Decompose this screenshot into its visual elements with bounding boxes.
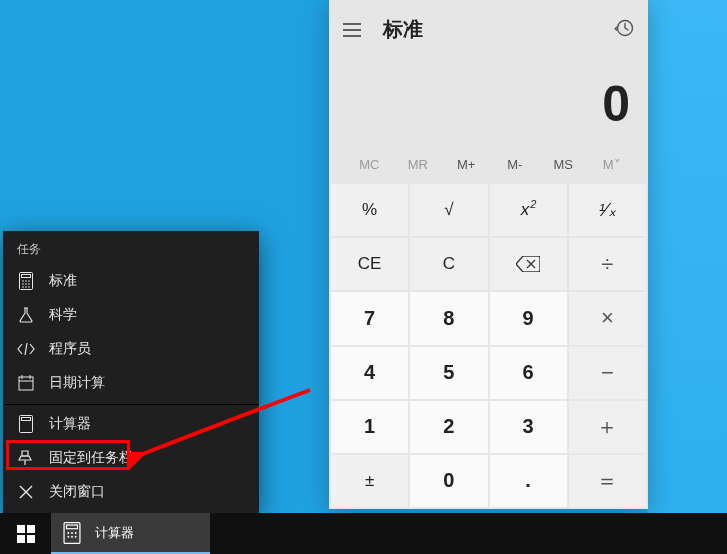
key-3[interactable]: 3 <box>490 401 567 453</box>
key-0[interactable]: 0 <box>410 455 487 507</box>
svg-rect-17 <box>17 535 25 543</box>
memory-mlist: M˅ <box>588 157 637 172</box>
key-5[interactable]: 5 <box>410 347 487 399</box>
calculator-mode-title: 标准 <box>383 16 423 43</box>
key-ce[interactable]: CE <box>331 238 408 290</box>
key-multiply[interactable]: × <box>569 292 646 344</box>
keypad: % √ x2 ¹⁄ₓ CE C ÷ 7 8 9 × 4 5 6 − 1 2 3 … <box>329 182 648 509</box>
svg-point-10 <box>25 286 27 288</box>
key-percent[interactable]: % <box>331 184 408 236</box>
key-plus[interactable]: ＋ <box>569 401 646 453</box>
calculator-display: 0 <box>329 65 648 149</box>
jumplist-pin[interactable]: 固定到任务栏 <box>3 441 259 475</box>
key-square[interactable]: x2 <box>490 184 567 236</box>
calculator-app-icon <box>17 415 35 433</box>
calculator-taskbar-icon <box>61 522 83 544</box>
memory-ms[interactable]: MS <box>539 157 588 172</box>
calendar-icon <box>17 375 35 391</box>
key-reciprocal[interactable]: ¹⁄ₓ <box>569 184 646 236</box>
jumplist-item-label: 程序员 <box>49 340 91 358</box>
pin-icon <box>17 450 35 466</box>
key-6[interactable]: 6 <box>490 347 567 399</box>
svg-rect-2 <box>22 275 31 278</box>
key-4[interactable]: 4 <box>331 347 408 399</box>
jumplist-close[interactable]: 关闭窗口 <box>3 475 259 509</box>
key-sqrt[interactable]: √ <box>410 184 487 236</box>
hamburger-menu-icon[interactable] <box>343 23 361 37</box>
jumplist-item-programmer[interactable]: 程序员 <box>3 332 259 366</box>
jumplist-app-launch[interactable]: 计算器 <box>3 407 259 441</box>
svg-point-4 <box>25 280 27 282</box>
svg-point-7 <box>25 283 27 285</box>
svg-rect-14 <box>22 418 31 421</box>
memory-row: MC MR M+ M- MS M˅ <box>329 149 648 182</box>
svg-point-24 <box>67 535 69 537</box>
svg-point-25 <box>71 535 73 537</box>
svg-rect-16 <box>27 525 35 533</box>
svg-point-5 <box>28 280 30 282</box>
backspace-icon <box>516 256 540 272</box>
jumplist-item-scientific[interactable]: 科学 <box>3 298 259 332</box>
standard-calc-icon <box>17 272 35 290</box>
jumplist-item-label: 科学 <box>49 306 77 324</box>
jumplist-close-label: 关闭窗口 <box>49 483 105 501</box>
key-square-base: x <box>521 200 530 220</box>
jumplist-item-label: 标准 <box>49 272 77 290</box>
svg-point-9 <box>22 286 24 288</box>
jumplist-item-standard[interactable]: 标准 <box>3 264 259 298</box>
windows-logo-icon <box>17 525 35 543</box>
svg-rect-15 <box>17 525 25 533</box>
jumplist-app-label: 计算器 <box>49 415 91 433</box>
taskbar-app-calculator[interactable]: 计算器 <box>51 513 210 554</box>
key-divide[interactable]: ÷ <box>569 238 646 290</box>
memory-mplus[interactable]: M+ <box>442 157 491 172</box>
calculator-header: 标准 <box>329 0 648 65</box>
svg-point-3 <box>22 280 24 282</box>
key-backspace[interactable] <box>490 238 567 290</box>
svg-point-8 <box>28 283 30 285</box>
key-equals[interactable]: ＝ <box>569 455 646 507</box>
key-square-exp: 2 <box>530 198 536 210</box>
key-minus[interactable]: − <box>569 347 646 399</box>
key-2[interactable]: 2 <box>410 401 487 453</box>
key-7[interactable]: 7 <box>331 292 408 344</box>
jumplist-item-date[interactable]: 日期计算 <box>3 366 259 400</box>
memory-mr: MR <box>394 157 443 172</box>
taskbar-app-label: 计算器 <box>95 524 134 542</box>
calculator-window: 标准 0 MC MR M+ M- MS M˅ % √ x2 ¹⁄ₓ CE C ÷… <box>329 0 648 509</box>
key-decimal[interactable]: . <box>490 455 567 507</box>
flask-icon <box>17 307 35 323</box>
jumplist-item-label: 日期计算 <box>49 374 105 392</box>
history-icon[interactable] <box>614 18 634 42</box>
start-button[interactable] <box>0 513 51 554</box>
svg-point-22 <box>71 532 73 534</box>
jumplist-divider <box>3 404 259 405</box>
memory-mc: MC <box>345 157 394 172</box>
key-1[interactable]: 1 <box>331 401 408 453</box>
svg-point-21 <box>67 532 69 534</box>
jumplist-tasks-header: 任务 <box>3 231 259 264</box>
svg-point-26 <box>75 535 77 537</box>
desktop-light-band <box>647 0 727 513</box>
key-reciprocal-label: ¹⁄ₓ <box>599 199 616 221</box>
close-icon <box>17 485 35 499</box>
svg-point-23 <box>75 532 77 534</box>
key-9[interactable]: 9 <box>490 292 567 344</box>
svg-point-6 <box>22 283 24 285</box>
svg-rect-18 <box>27 535 35 543</box>
svg-rect-12 <box>19 377 33 390</box>
taskbar-jumplist: 任务 标准 科学 程序员 日期计算 计算器 固定到任务栏 <box>3 231 259 513</box>
key-8[interactable]: 8 <box>410 292 487 344</box>
svg-point-11 <box>28 286 30 288</box>
svg-rect-20 <box>67 525 78 529</box>
code-icon <box>17 343 35 355</box>
key-plusminus[interactable]: ± <box>331 455 408 507</box>
memory-mminus[interactable]: M- <box>491 157 540 172</box>
key-c[interactable]: C <box>410 238 487 290</box>
taskbar: 计算器 <box>0 513 727 554</box>
jumplist-pin-label: 固定到任务栏 <box>49 449 133 467</box>
